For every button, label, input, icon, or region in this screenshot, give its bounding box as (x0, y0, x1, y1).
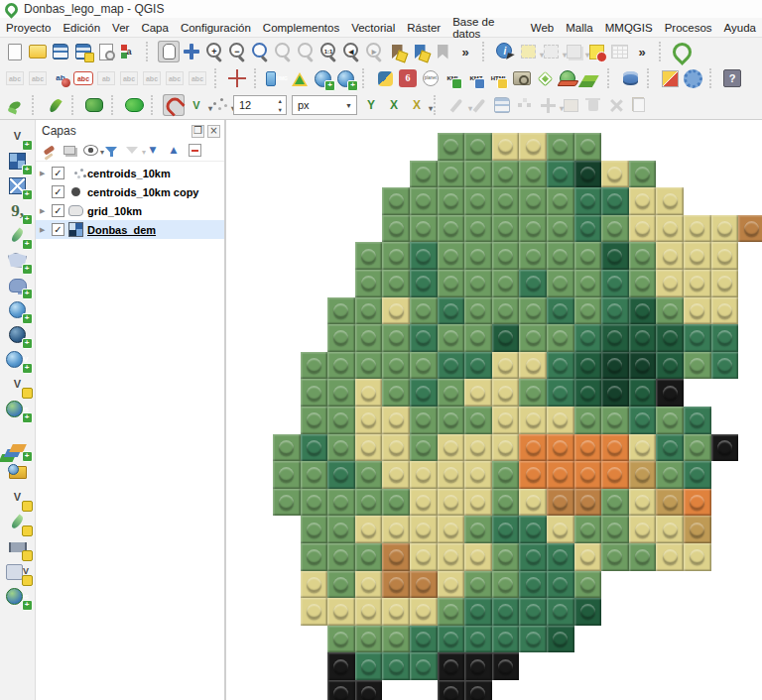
v-arcgis2-icon[interactable]: IS (5, 584, 31, 609)
map-canvas[interactable] (226, 120, 762, 700)
processing-icon[interactable] (289, 67, 311, 89)
menu-procesos[interactable]: Procesos (659, 20, 718, 36)
v-chip-icon[interactable] (5, 534, 31, 559)
v-arcgis-icon[interactable]: IS (5, 397, 31, 421)
v-layers-icon[interactable] (5, 435, 31, 460)
leaf-icon[interactable] (44, 94, 65, 116)
layer-visibility-checkbox[interactable]: ✓ (52, 223, 64, 236)
snap-unit-combobox[interactable]: px▼ (292, 95, 357, 115)
globe-stack-icon[interactable] (557, 67, 578, 89)
kml-icon[interactable]: KML (443, 67, 464, 89)
overflow-icon[interactable]: » (631, 41, 653, 62)
r6-icon[interactable]: 6 (397, 67, 419, 89)
green-layers-icon[interactable] (579, 67, 601, 89)
sprout-icon[interactable] (4, 94, 26, 116)
new-bookmark-icon[interactable] (386, 41, 408, 62)
layer-row-centroids_10km-copy[interactable]: ✓centroids_10km copy (36, 182, 224, 201)
globe-add2-icon[interactable] (334, 67, 356, 89)
snap-dots-icon[interactable] (208, 94, 230, 116)
zoom-native-icon[interactable] (249, 41, 271, 62)
new-project-icon[interactable] (4, 41, 26, 62)
v-poly-icon[interactable] (5, 248, 31, 273)
zoom-last-icon[interactable]: ◂ (340, 41, 362, 62)
cloud-icon[interactable] (123, 94, 145, 116)
project-properties-icon[interactable] (95, 41, 117, 62)
menu-edición[interactable]: Edición (57, 20, 106, 36)
pencil-icon[interactable] (468, 94, 490, 116)
p-filter-icon[interactable] (102, 142, 120, 160)
save-project-as-icon[interactable] (72, 41, 94, 62)
vertex-icon[interactable] (514, 94, 536, 116)
layer-visibility-checkbox[interactable]: ✓ (52, 204, 64, 217)
menu-base-de-datos[interactable]: Base de datos (446, 14, 525, 42)
v-wms-icon[interactable] (5, 297, 31, 322)
p-expand-icon[interactable]: ▼ (144, 142, 162, 160)
zoom-full-icon[interactable] (272, 41, 294, 62)
menu-ráster[interactable]: Ráster (401, 20, 446, 36)
panel-undock-button[interactable]: ❐ (191, 125, 204, 138)
attr-table-icon[interactable] (608, 41, 630, 62)
v-postgis-icon[interactable] (5, 273, 31, 297)
p-filter2-icon[interactable] (123, 142, 141, 160)
overflow-icon[interactable]: » (454, 41, 476, 62)
flag-icon[interactable] (659, 67, 681, 89)
p-remove-icon[interactable] (186, 142, 203, 160)
menu-complementos[interactable]: Complementos (257, 20, 345, 36)
move-feature-icon[interactable] (537, 94, 559, 116)
p-themes-icon[interactable] (81, 142, 99, 160)
panel-close-button[interactable]: × (207, 125, 220, 138)
yellow-edit-icon[interactable] (585, 41, 607, 62)
kmz-icon[interactable]: KMZ (465, 67, 487, 89)
v-quill-icon[interactable] (5, 223, 31, 248)
open-project-icon[interactable] (27, 41, 49, 62)
trash-icon[interactable] (582, 94, 604, 116)
pan-map-icon[interactable] (158, 41, 180, 62)
v-vclip-icon[interactable]: V (5, 559, 31, 584)
label-2-icon[interactable]: abc (27, 67, 49, 89)
bookmark-manager-icon[interactable] (432, 41, 453, 62)
rect-gray-icon[interactable] (560, 94, 581, 116)
v-wfs-icon[interactable]: V (5, 347, 31, 372)
v-mesh-icon[interactable] (5, 174, 31, 198)
globe-add1-icon[interactable] (312, 67, 333, 89)
menu-malla[interactable]: Malla (560, 20, 598, 36)
v-comma-icon[interactable]: 9, (5, 198, 31, 223)
topo-k-icon[interactable]: X (406, 94, 428, 116)
topo-x-icon[interactable]: X (383, 94, 405, 116)
python-icon[interactable] (374, 67, 396, 89)
v-webbox-icon[interactable] (5, 460, 31, 485)
osm-icon[interactable]: UMG (266, 67, 288, 89)
snap-tolerance-spinbox[interactable]: 12▲▼ (233, 95, 287, 115)
label-red-icon[interactable]: abc (72, 67, 94, 89)
zoom-out-icon[interactable]: − (226, 41, 248, 62)
menu-web[interactable]: Web (525, 20, 560, 36)
diamond-icon[interactable] (534, 67, 556, 89)
label-1-icon[interactable]: abc (4, 67, 26, 89)
zoom-one-icon[interactable]: 1:1 (318, 41, 339, 62)
p-collapse-icon[interactable]: ▲ (165, 142, 183, 160)
paste-icon[interactable] (628, 94, 650, 116)
v-vector-icon[interactable]: V (5, 124, 31, 149)
label-pin-icon[interactable]: ab (50, 67, 71, 89)
snap-config-icon[interactable]: V (186, 94, 207, 116)
layer-visibility-checkbox[interactable]: ✓ (52, 167, 64, 179)
style-manager-icon[interactable]: a (118, 41, 140, 62)
frog-icon[interactable] (83, 94, 105, 116)
select-form-icon[interactable] (563, 41, 584, 62)
label-5-icon[interactable]: abc (141, 67, 163, 89)
v-vlayer2-icon[interactable]: V (5, 485, 31, 510)
layer-visibility-checkbox[interactable]: ✓ (52, 185, 64, 198)
p-group-icon[interactable] (61, 142, 78, 160)
v-quill2-icon[interactable] (5, 510, 31, 534)
expand-arrow-icon[interactable]: ▶ (40, 226, 48, 234)
zoom-next-icon[interactable]: ▸ (363, 41, 385, 62)
camera-icon[interactable] (511, 67, 533, 89)
layer-row-centroids_10km[interactable]: ▶✓centroids_10km (36, 164, 224, 182)
expand-arrow-icon[interactable]: ▶ (40, 207, 48, 215)
expand-arrow-icon[interactable]: ▶ (40, 170, 48, 177)
menu-ver[interactable]: Ver (106, 20, 135, 36)
layer-row-donbas_dem[interactable]: ▶✓Donbas_dem (36, 220, 224, 239)
v-vtile-icon[interactable]: V (5, 372, 31, 397)
label-4-icon[interactable]: abc (118, 67, 140, 89)
menu-capa[interactable]: Capa (135, 20, 175, 36)
